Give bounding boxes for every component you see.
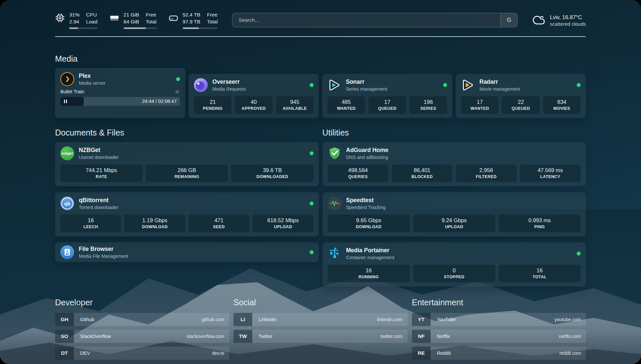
portainer-card[interactable]: Media Portainer Container management 16 … — [322, 242, 586, 287]
search-bar: G — [232, 13, 517, 27]
memory-progress-bar — [124, 27, 157, 29]
bookmark-stackoverflow[interactable]: SO StackOverflow stackoverflow.com — [55, 330, 229, 343]
entertainment-bookmarks: Entertainment YT YouTube youtube.com NF … — [412, 298, 586, 363]
bookmark-abbr: NF — [412, 330, 431, 343]
portainer-subtitle: Container management — [346, 255, 394, 260]
stat-box: 2,956 FILTERED — [456, 165, 516, 182]
section-title-social: Social — [233, 298, 408, 307]
overseerr-subtitle: Media Requests — [212, 86, 246, 92]
disk-total-label: Total — [207, 18, 218, 25]
qbittorrent-card[interactable]: qb qBittorrent Torrent downloader 16 LEE… — [55, 192, 319, 236]
bookmark-url: netflix.com — [559, 334, 586, 339]
nzbget-icon: nzbget — [60, 146, 74, 160]
bookmark-abbr: SO — [55, 330, 74, 343]
top-bar: 31% 2.94 CPU Load — [55, 11, 586, 29]
bookmark-url: dev.to — [212, 350, 229, 356]
bookmark-netflix[interactable]: NF Netflix netflix.com — [412, 330, 586, 343]
adguard-title: AdGuard Home — [346, 147, 388, 154]
bookmark-name: Twitter — [253, 334, 273, 339]
nzbget-status-dot — [310, 151, 314, 155]
adguard-card[interactable]: AdGuard Home DNS and adblocking 498,564 … — [322, 142, 586, 186]
bookmark-abbr: LI — [233, 313, 252, 326]
sonarr-card[interactable]: Sonarr Series management 485 WANTED 17 Q… — [322, 74, 452, 118]
search-input[interactable] — [232, 13, 517, 27]
stat-box: 485 WANTED — [327, 96, 365, 114]
cloud-icon — [532, 14, 545, 27]
bookmark-url: linkedin.com — [377, 317, 408, 322]
social-bookmarks: Social LI LinkedIn linkedin.com TW Twitt… — [233, 298, 408, 363]
load-label: Load — [86, 18, 97, 25]
stat-box: 266 GB REMAINING — [146, 165, 228, 182]
stat-box: 21 PENDING — [194, 96, 231, 114]
plex-card[interactable]: Plex Media server Bullet Train — [55, 68, 185, 118]
speedtest-card[interactable]: Speedtest Speedtest Tracking 9.65 Gbps D… — [322, 192, 586, 236]
bookmark-dev[interactable]: DT DEV dev.to — [55, 347, 229, 360]
search-provider-button[interactable]: G — [501, 13, 517, 27]
adguard-subtitle: DNS and adblocking — [346, 155, 388, 160]
dashboard: 31% 2.94 CPU Load — [0, 0, 641, 364]
stat-box: 40 APPROVED — [235, 96, 272, 114]
memory-stat: 21 GiB 64 GiB Free Total — [109, 11, 157, 29]
memory-icon — [109, 13, 119, 23]
stat-box: 498,564 QUERIES — [328, 165, 388, 182]
speedtest-title: Speedtest — [346, 197, 386, 204]
bookmark-abbr: YT — [412, 313, 431, 326]
bookmark-url: github.com — [202, 317, 229, 322]
bookmark-url: stackoverflow.com — [187, 334, 229, 339]
radarr-status-dot — [577, 83, 581, 87]
overseerr-card[interactable]: Overseerr Media Requests 21 PENDING 40 A… — [189, 74, 319, 118]
stat-box: 834 MOVIES — [543, 96, 581, 114]
nzbget-subtitle: Usenet downloader — [79, 155, 119, 160]
radarr-card[interactable]: Radarr Movie management 17 WANTED 22 QUE… — [456, 74, 586, 118]
disk-free-label: Free — [207, 11, 218, 18]
stat-box: 22 QUEUED — [502, 96, 539, 114]
stat-box: 744.21 Mbps RATE — [60, 165, 142, 182]
bookmark-youtube[interactable]: YT YouTube youtube.com — [412, 313, 586, 326]
stat-box: 1.19 Gbps DOWNLOAD — [124, 215, 185, 232]
bookmark-abbr: RE — [412, 347, 431, 360]
bookmark-name: StackOverflow — [75, 334, 111, 339]
stat-box: 17 QUEUED — [368, 96, 406, 114]
memory-free-value: 21 GiB — [124, 11, 139, 18]
bookmark-name: Reddit — [431, 350, 451, 356]
weather-widget: Lviv, 16.87°C scattered clouds — [532, 14, 586, 27]
playback-progress-bar: 24:44 / 02:06:47 — [60, 97, 180, 106]
media-settings-icon[interactable] — [174, 89, 180, 95]
svg-text:nzbget: nzbget — [62, 151, 73, 155]
filebrowser-title: File Browser — [79, 246, 128, 253]
nzbget-title: NZBGet — [79, 147, 119, 154]
bookmark-github[interactable]: GH Github github.com — [55, 313, 229, 326]
section-title-entertainment: Entertainment — [412, 298, 586, 307]
bookmark-reddit[interactable]: RE Reddit reddit.com — [412, 347, 586, 360]
bookmark-linkedin[interactable]: LI LinkedIn linkedin.com — [233, 313, 408, 326]
nzbget-card[interactable]: nzbget NZBGet Usenet downloader 744.21 M… — [55, 142, 319, 186]
weather-condition: scattered clouds — [550, 21, 586, 27]
stat-box: 618.52 Mbps UPLOAD — [253, 215, 313, 232]
cpu-icon — [55, 13, 65, 23]
cpu-label: CPU — [86, 11, 97, 18]
bookmark-name: LinkedIn — [253, 317, 277, 322]
bookmark-name: DEV — [75, 350, 90, 356]
adguard-icon — [328, 146, 342, 160]
bookmark-name: Github — [75, 317, 94, 322]
disk-icon — [168, 13, 178, 23]
bookmark-twitter[interactable]: TW Twitter twitter.com — [233, 330, 408, 343]
radarr-icon — [461, 78, 475, 92]
playback-time: 24:44 / 02:06:47 — [142, 97, 177, 106]
overseerr-icon — [194, 78, 208, 92]
pause-icon — [64, 100, 67, 103]
stat-box: 471 SEED — [189, 215, 249, 232]
portainer-title: Media Portainer — [346, 247, 394, 254]
stat-box: 16 TOTAL — [499, 265, 581, 282]
sonarr-title: Sonarr — [346, 78, 387, 86]
section-title-media: Media — [55, 54, 586, 64]
now-playing-title: Bullet Train — [60, 89, 84, 94]
radarr-title: Radarr — [479, 78, 520, 86]
section-title-documents: Documents & Files — [55, 128, 319, 137]
filebrowser-card[interactable]: File Browser Media File Management — [55, 242, 319, 262]
stat-box: 945 AVAILABLE — [276, 96, 314, 114]
cpu-progress-bar — [69, 27, 98, 29]
disk-free-value: 52.4 TB — [183, 11, 200, 18]
memory-free-label: Free — [146, 11, 157, 18]
radarr-subtitle: Movie management — [479, 86, 520, 92]
